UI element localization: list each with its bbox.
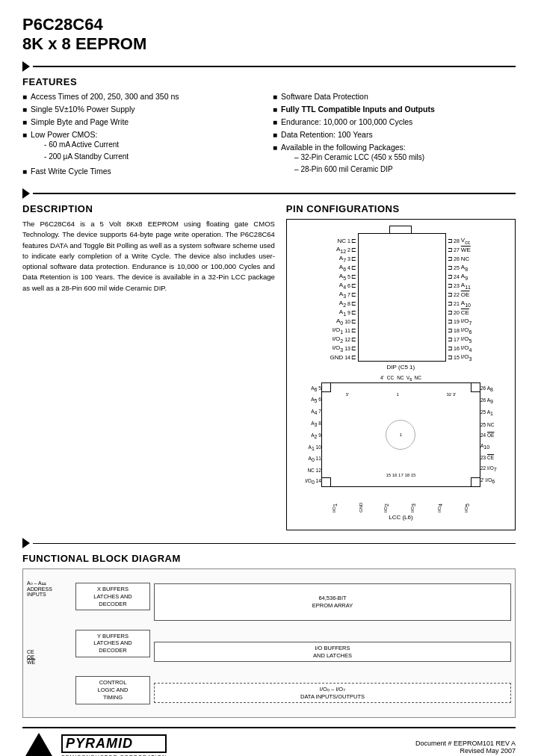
- feature-item-packages: ■ Available in the following Packages: –…: [273, 143, 516, 176]
- feature-item: ■ Fast Write Cycle Times: [22, 167, 265, 176]
- arrow-icon: [22, 188, 30, 199]
- feature-item-lpcmos: ■ Low Power CMOS: - 60 mA Active Current…: [22, 130, 265, 163]
- features-divider: [22, 61, 516, 72]
- io-buffer-block: I/O BUFFERSAND LATCHES: [154, 642, 511, 663]
- bullet-icon: ■: [273, 131, 277, 139]
- dip-diagram: NC1⊏ A122⊏ A73⊏ A64⊏ A55⊏ A46⊏ A37⊏ A28⊏…: [293, 226, 509, 371]
- arrow-icon: [22, 61, 30, 72]
- eprom-array-block: 64,536-BITEPROM ARRAY: [154, 583, 511, 621]
- description-text: The P6C28C64 is a 5 Volt 8Kx8 EEPROM usi…: [22, 219, 275, 294]
- functional-block-diagram: A₀ – A₁₂ADDRESSINPUTS CEOEWE X BUFFERSLA…: [22, 568, 516, 718]
- bullet-icon: ■: [22, 105, 27, 114]
- lcc-diagram: 4' CC NC Vs NC A6 5 A5 6 A4 7 A3 8: [293, 375, 509, 521]
- footer: PYRAMID SEMICONDUCTOR CORPORATION Docume…: [22, 727, 516, 756]
- bullet-icon: ■: [273, 118, 277, 126]
- page-title: P6C28C64 8K x 8 EEPROM: [22, 15, 516, 54]
- bullet-icon: ■: [22, 118, 27, 126]
- description-divider: [22, 188, 516, 199]
- lcc-label: LCC (L6): [293, 514, 509, 521]
- feature-item: ■ Fully TTL Compatible Inputs and Output…: [273, 105, 516, 114]
- functional-title: FUNCTIONAL BLOCK DIAGRAM: [22, 553, 516, 564]
- pyramid-triangle-icon: [22, 733, 55, 756]
- features-right-col: ■ Software Data Protection ■ Fully TTL C…: [273, 92, 516, 179]
- description-title: DESCRIPTION: [22, 203, 275, 214]
- feature-sub: – 32-Pin Ceramic LCC (450 x 550 mils) – …: [294, 152, 424, 176]
- company-name: PYRAMID: [61, 734, 167, 753]
- bullet-icon: ■: [22, 93, 27, 101]
- x-buffer-block: X BUFFERSLATCHES ANDDECODER: [75, 583, 150, 610]
- feature-item: ■ Data Retention: 100 Years: [273, 130, 516, 139]
- feature-item: ■ Endurance: 10,000 or 100,000 Cycles: [273, 117, 516, 126]
- bullet-icon: ■: [22, 167, 27, 176]
- feature-item: ■ Access Times of 200, 250, 300 and 350 …: [22, 92, 265, 101]
- feature-item: ■ Single 5V±10% Power Supply: [22, 105, 265, 114]
- feature-item: ■ Simple Byte and Page Write: [22, 117, 265, 126]
- features-left-col: ■ Access Times of 200, 250, 300 and 350 …: [22, 92, 265, 179]
- bullet-icon: ■: [273, 93, 277, 101]
- dip-label: DIP (C5 1): [330, 364, 471, 371]
- functional-divider: [22, 538, 516, 548]
- pin-config-col: PIN CONFIGURATIONS NC1⊏ A122⊏ A73⊏ A64⊏ …: [286, 203, 516, 530]
- pyramid-logo: PYRAMID SEMICONDUCTOR CORPORATION: [22, 733, 167, 756]
- arrow-icon: [22, 538, 30, 548]
- bullet-icon: ■: [22, 131, 27, 139]
- data-io-block: I/O₀ – I/O₇DATA INPUTS/OUTPUTS: [154, 683, 511, 704]
- bullet-icon: ■: [273, 143, 277, 152]
- bullet-icon: ■: [273, 105, 277, 114]
- pin-config-title: PIN CONFIGURATIONS: [286, 203, 516, 214]
- description-col: DESCRIPTION The P6C28C64 is a 5 Volt 8Kx…: [22, 203, 275, 530]
- features-title: FEATURES: [22, 76, 516, 87]
- pyramid-text: PYRAMID SEMICONDUCTOR CORPORATION: [61, 734, 167, 756]
- feature-item: ■ Software Data Protection: [273, 92, 516, 101]
- control-block: CONTROLLOGIC ANDTIMING: [75, 676, 150, 704]
- y-buffer-block: Y BUFFERSLATCHES ANDDECODER: [75, 630, 150, 657]
- features-grid: ■ Access Times of 200, 250, 300 and 350 …: [22, 92, 516, 179]
- feature-sub: - 60 mA Active Current - 200 μA Standby …: [44, 139, 129, 163]
- doc-number: Document # EEPROM101 REV A: [415, 740, 516, 747]
- main-content: DESCRIPTION The P6C28C64 is a 5 Volt 8Kx…: [22, 203, 516, 530]
- pin-config-box: NC1⊏ A122⊏ A73⊏ A64⊏ A55⊏ A46⊏ A37⊏ A28⊏…: [286, 219, 516, 530]
- footer-right: Document # EEPROM101 REV A Revised May 2…: [415, 740, 516, 755]
- revised-date: Revised May 2007: [415, 747, 516, 755]
